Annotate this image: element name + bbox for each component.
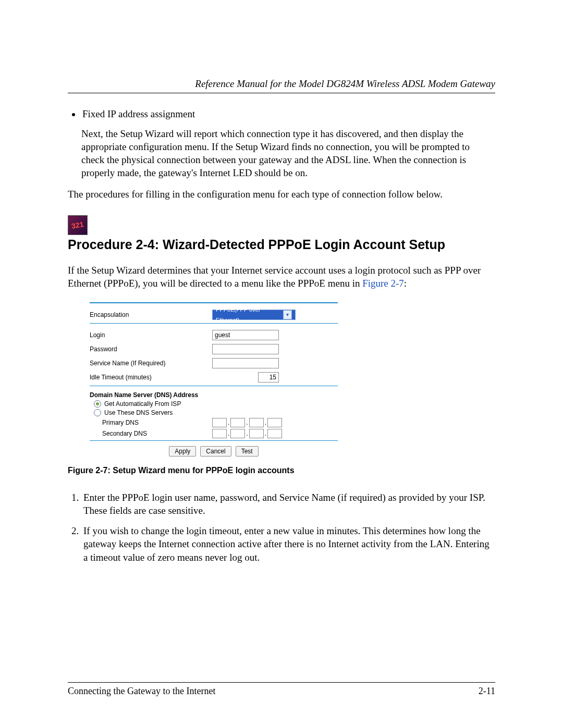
label-password: Password: [90, 346, 212, 353]
divider: [90, 386, 338, 386]
paragraph-procedures-follow: The procedures for filling in the config…: [68, 188, 495, 201]
step-1: Enter the PPPoE login user name, passwor…: [81, 491, 495, 517]
button-bar: Apply Cancel Test: [90, 446, 338, 456]
figure-link-2-7[interactable]: Figure 2-7: [362, 278, 404, 289]
paragraph-wizard-report: Next, the Setup Wizard will report which…: [81, 127, 495, 179]
label-primary-dns: Primary DNS: [102, 419, 212, 426]
page: Reference Manual for the Model DG824M Wi…: [0, 0, 563, 728]
label-login: Login: [90, 331, 212, 339]
ip-octet-input[interactable]: [249, 418, 264, 427]
row-password: Password: [90, 343, 338, 355]
ip-octet-input[interactable]: [230, 418, 245, 427]
encapsulation-selected-value: PPPoE(PPP over Ethernet): [216, 304, 281, 325]
text: :: [404, 278, 407, 289]
figure-caption: Figure 2-7: Setup Wizard menu for PPPoE …: [68, 466, 495, 475]
label-service-name: Service Name (If Required): [90, 360, 212, 367]
primary-dns-input[interactable]: . . .: [212, 418, 283, 427]
page-footer: Connecting the Gateway to the Internet 2…: [68, 682, 495, 697]
ip-octet-input[interactable]: [230, 429, 245, 438]
ip-octet-input[interactable]: [267, 429, 282, 438]
label-encapsulation: Encapsulation: [90, 311, 212, 318]
label-idle-timeout: Idle Timeout (minutes): [90, 374, 212, 381]
radio-row-dns-auto[interactable]: Get Automatically From ISP: [94, 400, 338, 408]
running-header: Reference Manual for the Model DG824M Wi…: [68, 78, 495, 93]
figure-wizard-pppoe: Encapsulation PPPoE(PPP over Ethernet) ▾…: [90, 302, 338, 456]
row-encapsulation: Encapsulation PPPoE(PPP over Ethernet) ▾: [90, 309, 338, 321]
ip-octet-input[interactable]: [267, 418, 282, 427]
secondary-dns-input[interactable]: . . .: [212, 429, 283, 438]
row-secondary-dns: Secondary DNS . . .: [102, 429, 338, 438]
procedure-heading: Procedure 2-4: Wizard-Detected PPPoE Log…: [68, 237, 495, 252]
radio-row-dns-manual[interactable]: Use These DNS Servers: [94, 409, 338, 416]
apply-button[interactable]: Apply: [169, 446, 196, 456]
ip-octet-input[interactable]: [249, 429, 264, 438]
radio-off-icon: [94, 409, 101, 416]
procedure-icon-text: 321: [71, 220, 84, 230]
ip-octet-input[interactable]: [212, 418, 227, 427]
idle-timeout-input[interactable]: [258, 372, 279, 382]
footer-page-number: 2-11: [479, 686, 495, 697]
cancel-button[interactable]: Cancel: [200, 446, 231, 456]
row-idle-timeout: Idle Timeout (minutes): [90, 371, 338, 384]
password-input[interactable]: [212, 344, 279, 354]
numbered-steps: Enter the PPPoE login user name, passwor…: [81, 491, 495, 563]
login-input[interactable]: [212, 330, 279, 340]
chevron-down-icon: ▾: [283, 310, 292, 319]
label-dns-auto: Get Automatically From ISP: [104, 400, 181, 408]
bullet-item: Fixed IP address assignment: [81, 108, 495, 121]
divider: [90, 323, 338, 324]
ip-octet-input[interactable]: [212, 429, 227, 438]
label-dns-manual: Use These DNS Servers: [104, 409, 173, 416]
divider: [90, 440, 338, 441]
test-button[interactable]: Test: [236, 446, 259, 456]
row-primary-dns: Primary DNS . . .: [102, 418, 338, 427]
service-name-input[interactable]: [212, 358, 279, 368]
label-secondary-dns: Secondary DNS: [102, 430, 212, 437]
row-service-name: Service Name (If Required): [90, 357, 338, 369]
encapsulation-select[interactable]: PPPoE(PPP over Ethernet) ▾: [212, 310, 296, 320]
continued-bullet-list: Fixed IP address assignment: [81, 108, 495, 121]
row-login: Login: [90, 329, 338, 341]
dns-section-header: Domain Name Server (DNS) Address: [90, 391, 338, 399]
radio-on-icon: [94, 400, 101, 408]
footer-section-title: Connecting the Gateway to the Internet: [68, 686, 215, 697]
step-2: If you wish to change the login timeout,…: [81, 524, 495, 563]
text: If the Setup Wizard determines that your…: [68, 265, 481, 289]
procedure-icon: 321: [68, 215, 88, 235]
paragraph-pppoe-intro: If the Setup Wizard determines that your…: [68, 264, 495, 290]
divider: [90, 302, 338, 303]
